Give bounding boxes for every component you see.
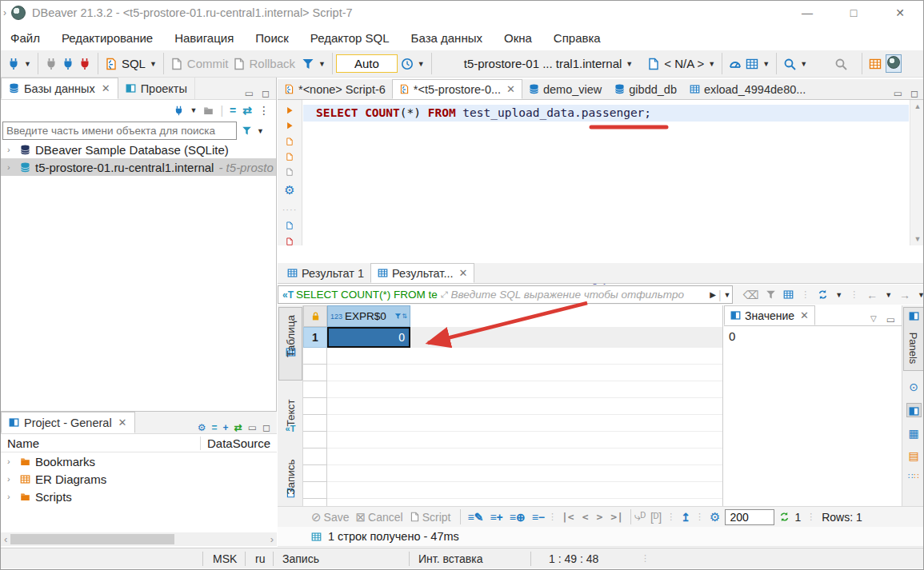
filter-input-box[interactable]: «T SELECT COUNT(*) FROM te ⤢ Введите SQL… [278,285,733,304]
clear-filter-icon[interactable]: ⌫ [742,289,758,301]
connection-selector-dropdown[interactable]: ▼ [626,60,633,68]
filter-history-dropdown[interactable]: ▼ [724,291,731,299]
refresh-results-icon[interactable] [818,289,828,300]
project-item-bookmarks[interactable]: › Bookmarks [1,452,277,470]
execute-statement-icon[interactable] [283,106,296,114]
tab-result-1[interactable]: Результат 1 [281,263,370,283]
references-panel-icon[interactable]: ∷∷ [908,472,920,480]
editor-settings-gear-icon[interactable]: ⚙ [284,183,294,197]
presentation-tab-record[interactable]: Запись [278,456,302,513]
tab-databases[interactable]: Базы данных ✕ [1,78,118,99]
new-connection-small-dropdown[interactable]: ▼ [190,106,198,114]
tab-demo-view[interactable]: demo_view [522,79,608,99]
editor-minimize-icon[interactable]: ▭ [894,88,902,99]
expand-chevron-icon[interactable]: › [7,474,15,484]
dashboard-icon[interactable] [729,58,742,70]
value-panel-menu-icon[interactable]: ▽ [870,314,877,325]
aggregate-panel-icon[interactable]: ▤ [908,449,918,462]
scroll-left-icon[interactable]: ‹ [4,533,7,545]
tab-project-close-icon[interactable]: ✕ [118,417,127,428]
save-button[interactable]: Save [324,511,350,524]
new-connection-icon[interactable] [7,58,20,70]
tab-value-close-icon[interactable]: ✕ [800,309,809,321]
connect-icon[interactable] [45,58,58,70]
presentation-tab-grid[interactable]: Таблица [278,307,302,381]
tab-projects[interactable]: Проекты [118,78,195,99]
export-data-icon[interactable]: ↥ [681,511,690,524]
project-link-editor-icon[interactable]: ⇄ [234,422,242,433]
timezone-indicator[interactable]: MSK [213,548,237,568]
project-minimize-icon[interactable]: ▭ [248,422,257,433]
link-with-editor-icon[interactable]: ⇄ [242,104,252,117]
tab-project-general[interactable]: Project - General ✕ [1,412,135,433]
menu-navigate[interactable]: Навигация [174,31,234,45]
tree-item-t5-prostore[interactable]: › t5-prostore-01.ru-central1.internal - … [1,158,276,176]
transaction-mode-icon[interactable] [302,58,314,70]
scroll-right-icon[interactable]: › [270,533,274,545]
cancel-icon[interactable]: ⊠ [356,510,366,524]
nav-forward-icon[interactable]: → [899,289,910,301]
commit-label[interactable]: Commit [187,57,229,70]
tab-result-2[interactable]: Результат... ✕ [370,263,474,283]
project-horizontal-scrollbar[interactable]: ‹ › [1,532,277,546]
new-folder-icon[interactable] [203,106,214,116]
project-item-er-diagrams[interactable]: › ER Diagrams [1,470,277,488]
menu-window[interactable]: Окна [504,31,532,45]
menu-file[interactable]: Файл [10,31,40,45]
perspective-icon[interactable] [869,58,882,70]
menu-search[interactable]: Поиск [255,31,289,45]
panels-tab[interactable]: Panels [903,307,924,371]
duplicate-row-icon[interactable]: ≡⊕ [510,511,526,524]
language-indicator[interactable]: ru [255,548,265,568]
statusbar-menu-icon[interactable]: ⋮ [641,548,650,568]
fetch-all-icon[interactable]: [ᴰ] [650,511,662,524]
column-name[interactable]: Name [1,436,201,450]
project-item-scripts[interactable]: › Scripts [1,488,277,505]
new-connection-small-icon[interactable] [174,106,184,116]
cancel-button[interactable]: Cancel [368,511,403,524]
expand-chevron-icon[interactable]: › [7,162,15,172]
expand-chevron-icon[interactable]: › [7,145,15,154]
expand-filter-icon[interactable]: ⤢ [441,289,448,300]
nav-forward-dropdown[interactable]: ▼ [918,291,924,299]
value-panel-minimize-icon[interactable]: ▭ [886,314,895,325]
scroll-down-icon[interactable]: ▼ [910,235,924,243]
object-search-input[interactable] [2,122,237,140]
row-number-cell[interactable]: 1 [303,327,327,348]
selected-cell-value[interactable]: 0 [327,327,410,348]
sql-editor-label[interactable]: SQL [122,57,146,70]
maximize-button[interactable]: □ [830,1,877,25]
last-row-icon[interactable]: >| [610,511,623,523]
execute-new-tab-icon[interactable] [283,122,296,130]
insert-mode-indicator[interactable]: Инт. вставка [418,548,482,568]
execute-script-icon[interactable] [283,138,296,145]
value-content[interactable]: 0 [724,326,902,346]
expand-chevron-icon[interactable]: › [7,456,15,466]
sql-editor-icon[interactable] [105,58,118,70]
menu-database[interactable]: База данных [411,31,482,45]
menu-help[interactable]: Справка [554,31,601,45]
dbeaver-perspective-button[interactable] [886,54,902,73]
column-datasource[interactable]: DataSource [201,436,270,450]
tab-value[interactable]: Значение ✕ [724,305,815,325]
collapse-all-icon[interactable]: = [230,104,236,117]
execute-script-new-tab-icon[interactable] [283,153,296,161]
schema-selector[interactable]: < N/A > [664,57,704,70]
editor-maximize-icon[interactable]: ◻ [910,88,918,99]
column-header-expr0[interactable]: 123 EXPR$0 ⇅ [327,305,410,327]
project-collapse-all-icon[interactable]: = [212,422,218,433]
auto-commit-button[interactable]: Auto [336,54,398,73]
tab-script-6[interactable]: *<none> Script-6 [278,79,392,99]
filter-objects-dropdown[interactable]: ▼ [257,127,264,135]
transaction-log-dropdown[interactable]: ▼ [418,60,425,68]
schema-selector-dropdown[interactable]: ▼ [708,60,715,68]
project-settings-gear-icon[interactable]: ⚙ [198,422,206,433]
connection-selector[interactable]: t5-prostore-01 ... tral1.internal [464,57,622,70]
script-button[interactable]: Script [422,511,451,524]
quick-search-icon[interactable] [783,58,796,70]
save-icon[interactable]: ⊘ [311,510,322,524]
minimize-button[interactable]: — [784,1,830,25]
row-header-corner[interactable] [303,305,327,327]
fetch-size-input[interactable] [725,509,774,525]
refresh-fetch-icon[interactable] [779,512,790,522]
